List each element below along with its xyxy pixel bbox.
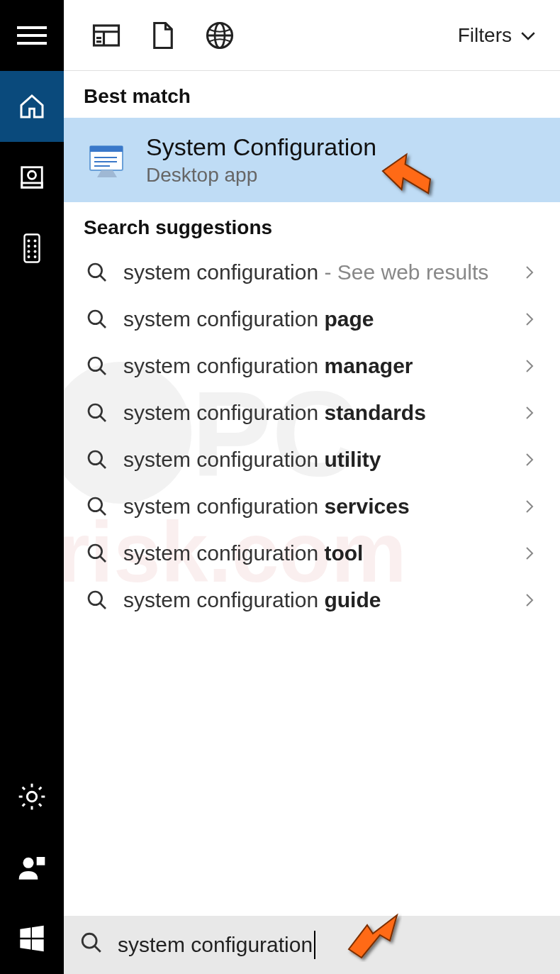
remote-icon: [23, 233, 41, 263]
svg-point-47: [89, 264, 102, 277]
svg-rect-4: [17, 34, 47, 37]
svg-point-12: [28, 245, 30, 248]
svg-point-16: [28, 255, 30, 258]
svg-line-26: [39, 787, 41, 790]
svg-point-27: [23, 858, 34, 868]
filters-label: Filters: [458, 24, 512, 47]
svg-point-55: [89, 451, 102, 465]
svg-point-17: [34, 255, 37, 258]
svg-point-13: [34, 245, 37, 248]
sidebar-item-home[interactable]: [0, 71, 64, 142]
hamburger-icon: [17, 21, 47, 50]
suggestion-text: system configuration guide: [123, 588, 519, 612]
suggestions-header: Search suggestions: [64, 202, 560, 249]
chevron-right-icon: [519, 545, 540, 562]
filter-web-tab[interactable]: [191, 14, 248, 57]
home-icon: [18, 92, 46, 121]
svg-rect-3: [17, 26, 47, 29]
search-icon: [81, 495, 113, 518]
sidebar-item-user[interactable]: [0, 832, 64, 903]
best-match-result[interactable]: System Configuration Desktop app: [64, 118, 560, 202]
svg-rect-28: [37, 857, 45, 865]
filters-dropdown[interactable]: Filters: [458, 24, 546, 47]
search-icon: [81, 448, 113, 471]
search-icon: [81, 355, 113, 377]
svg-line-62: [100, 603, 106, 609]
svg-point-10: [28, 240, 30, 243]
svg-point-61: [89, 592, 102, 605]
svg-line-54: [100, 416, 106, 421]
svg-point-57: [89, 498, 102, 511]
sidebar-item-disk[interactable]: [0, 142, 64, 213]
svg-point-51: [89, 358, 102, 371]
user-icon: [18, 853, 46, 882]
suggestion-item[interactable]: system configuration services: [64, 483, 560, 530]
chevron-right-icon: [519, 264, 540, 281]
svg-marker-29: [20, 928, 30, 938]
svg-point-63: [82, 934, 96, 948]
svg-line-56: [100, 463, 106, 468]
search-icon: [81, 402, 113, 424]
sidebar-item-remote[interactable]: [0, 213, 64, 284]
chevron-right-icon: [519, 451, 540, 468]
best-match-header: Best match: [64, 71, 560, 118]
search-input-value: system configuration: [118, 933, 313, 957]
hamburger-menu-button[interactable]: [0, 0, 64, 71]
search-icon: [81, 542, 113, 565]
svg-point-15: [34, 250, 37, 253]
suggestion-text: system configuration page: [123, 307, 519, 331]
start-sidebar: [0, 0, 64, 974]
svg-marker-31: [20, 939, 30, 949]
suggestion-text: system configuration manager: [123, 354, 519, 378]
filter-documents-tab[interactable]: [135, 14, 191, 57]
svg-line-64: [94, 946, 101, 952]
suggestion-item[interactable]: system configuration manager: [64, 343, 560, 389]
suggestion-text: system configuration - See web results: [123, 260, 519, 284]
suggestion-text: system configuration tool: [123, 541, 519, 565]
chevron-down-icon: [517, 25, 539, 46]
best-match-title: System Configuration: [146, 133, 376, 161]
suggestion-text: system configuration utility: [123, 448, 519, 472]
svg-point-59: [89, 545, 102, 558]
sidebar-item-settings[interactable]: [0, 761, 64, 832]
svg-line-50: [100, 322, 106, 328]
suggestion-item[interactable]: system configuration tool: [64, 530, 560, 577]
chevron-right-icon: [519, 592, 540, 609]
suggestion-item[interactable]: system configuration standards: [64, 389, 560, 436]
svg-line-24: [39, 804, 41, 806]
svg-line-60: [100, 556, 106, 562]
svg-line-25: [23, 804, 25, 806]
svg-marker-30: [32, 926, 44, 938]
svg-marker-32: [32, 939, 44, 951]
svg-rect-8: [22, 183, 43, 187]
filter-apps-tab[interactable]: [78, 14, 135, 57]
search-icon: [79, 931, 103, 960]
search-icon: [81, 308, 113, 331]
search-icon: [81, 589, 113, 611]
svg-rect-9: [25, 235, 40, 262]
svg-line-48: [100, 275, 106, 281]
svg-marker-46: [97, 170, 117, 177]
suggestion-item[interactable]: system configuration page: [64, 296, 560, 343]
search-input-bar[interactable]: system configuration: [64, 916, 560, 974]
svg-point-53: [89, 404, 102, 418]
suggestions-list: system configuration - See web resultssy…: [64, 249, 560, 624]
svg-line-23: [23, 787, 25, 790]
apps-icon: [91, 21, 121, 50]
document-icon: [148, 21, 178, 50]
svg-line-52: [100, 369, 106, 375]
suggestion-item[interactable]: system configuration utility: [64, 436, 560, 483]
chevron-right-icon: [519, 358, 540, 375]
svg-rect-42: [90, 146, 123, 152]
suggestion-item[interactable]: system configuration guide: [64, 577, 560, 624]
search-results-panel: Filters Best match System Configuration …: [64, 0, 560, 974]
search-filter-bar: Filters: [64, 0, 560, 71]
text-caret: [314, 931, 315, 959]
gear-icon: [18, 782, 46, 811]
start-button[interactable]: [0, 903, 64, 974]
chevron-right-icon: [519, 498, 540, 515]
svg-point-18: [27, 792, 36, 801]
chevron-right-icon: [519, 311, 540, 328]
suggestion-item[interactable]: system configuration - See web results: [64, 249, 560, 296]
svg-rect-5: [17, 42, 47, 45]
